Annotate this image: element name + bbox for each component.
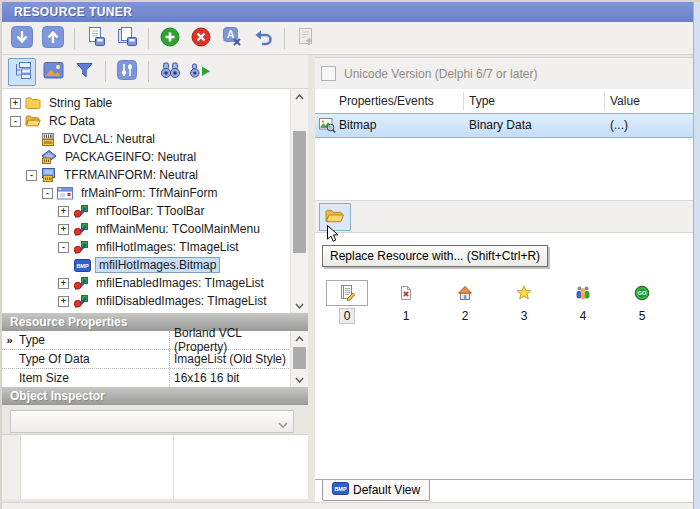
add-resource-button[interactable] [156,24,184,52]
tree-item-label[interactable]: mfilHotImages.Bitmap [95,257,220,273]
property-row[interactable]: » Type Borland VCL (Property) [2,331,291,350]
object-inspector-grid [2,434,308,499]
column-header[interactable]: Type [469,94,495,108]
delete-resource-button[interactable] [187,24,215,52]
collapse-icon[interactable]: - [10,116,21,127]
property-row[interactable]: Item Size 16x16 16 bit [2,369,291,388]
component-icon [73,241,88,254]
filter-button[interactable] [70,58,98,86]
tree-item-dvclal[interactable]: DVCLAL: Neutral [2,130,308,148]
tree-item-label[interactable]: String Table [45,95,116,111]
tree-item-label[interactable]: RC Data [45,113,99,129]
move-down-button[interactable] [8,24,36,52]
unicode-version-checkbox[interactable] [321,66,336,81]
note-edit-icon[interactable] [326,280,368,306]
expand-icon[interactable]: + [58,206,69,217]
image-item-0[interactable]: 0 [325,280,369,324]
go-icon[interactable]: GO [621,280,663,306]
panel-title: Object Inspector [10,389,105,403]
properties-scrollbar[interactable] [290,331,308,387]
window-titlebar: RESOURCE TUNER [2,2,693,22]
tree-view-button[interactable] [8,58,36,86]
properties-table-header: Properties/Events Type Value [315,89,695,113]
tree-item-label[interactable]: TFRMAINFORM: Neutral [60,167,202,183]
resource-properties-panel: Resource Properties » Type Borland VCL (… [2,313,308,387]
find-button[interactable] [156,58,184,86]
column-header[interactable]: Value [610,94,640,108]
collapse-icon[interactable]: - [26,170,37,181]
tree-view-icon [12,61,33,83]
expand-icon[interactable]: + [58,278,69,289]
tree-item-label[interactable]: mfilHotImages: TImageList [92,239,243,255]
tree-item-frmainform[interactable]: - frMainForm: TfrMainForm [2,184,308,202]
scroll-down-icon[interactable] [291,372,308,387]
export-resource-button[interactable] [82,24,110,52]
tree-item-mfilhotimages-bitmap[interactable]: BMP mfilHotImages.Bitmap [2,256,308,274]
find-next-icon [190,61,213,83]
image-index: 2 [457,308,474,324]
tab-default-view[interactable]: BMP Default View [322,480,430,501]
expand-icon[interactable]: + [10,98,21,109]
image-item-1[interactable]: 1 [384,280,428,324]
move-down-icon [10,25,34,52]
image-view-button[interactable] [39,58,67,86]
svg-text:BMP: BMP [76,263,89,269]
home-icon[interactable] [444,280,486,306]
move-up-button[interactable] [39,24,67,52]
panel-title: Resource Properties [10,315,127,329]
tree-item-mfilhotimages[interactable]: - mfilHotImages: TImageList [2,238,308,256]
export-all-button[interactable] [113,24,141,52]
scrollbar-thumb[interactable] [293,347,306,369]
tree-item-rc-data[interactable]: - RC Data [2,112,308,130]
object-selector-combobox[interactable] [10,410,294,433]
tree-item-label[interactable]: mfilEnabledImages: TImageList [92,275,268,291]
component-icon [73,295,88,308]
scroll-up-icon[interactable] [291,331,308,346]
property-row[interactable]: Type Of Data ImageList (Old Style) [2,350,291,369]
star-icon[interactable] [503,280,545,306]
expand-icon[interactable]: + [58,224,69,235]
rename-resource-button[interactable]: A [218,24,246,52]
component-icon [73,205,88,218]
tree-item-label[interactable]: PACKAGEINFO: Neutral [61,149,200,165]
bitmap-property-row[interactable]: Bitmap Binary Data (...) [315,113,695,138]
tree-item-tfrmainform[interactable]: - TFRMAINFORM: Neutral [2,166,308,184]
image-item-3[interactable]: 3 [502,280,546,324]
tree-item-label[interactable]: frMainForm: TfrMainForm [77,185,221,201]
collapse-icon[interactable]: - [58,242,69,253]
property-value: ImageList (Old Style) [170,352,286,366]
image-item-2[interactable]: 2 [443,280,487,324]
mouse-cursor-icon [326,224,340,247]
tree-item-mfildisabledimages[interactable]: + mfilDisabledImages: TImageList [2,292,308,310]
undo-button[interactable] [249,24,277,52]
scroll-up-icon[interactable] [291,89,308,104]
tree-item-label[interactable]: mfToolBar: TToolBar [92,203,209,219]
tree-item-label[interactable]: DVCLAL: Neutral [59,131,159,147]
tree-item-label[interactable]: mfilDisabledImages: TImageList [92,293,271,309]
image-index: 5 [634,308,651,324]
image-item-4[interactable]: 4 [561,280,605,324]
delete-doc-icon[interactable] [385,280,427,306]
toolbar-separator [74,28,75,49]
find-next-button[interactable] [187,58,215,86]
tree-item-mfmainmenu[interactable]: + mfMainMenu: TCoolMainMenu [2,220,308,238]
tree-item-string-table[interactable]: + String Table [2,94,308,112]
svg-text:GO: GO [638,290,647,296]
tree-scrollbar[interactable] [290,89,308,313]
options-button[interactable] [113,58,141,86]
expand-icon[interactable]: + [58,296,69,307]
collapse-icon[interactable]: - [42,188,53,199]
scrollbar-thumb[interactable] [293,131,306,253]
image-item-5[interactable]: GO 5 [620,280,664,324]
scroll-down-icon[interactable] [291,298,308,313]
tree-item-mfilenabledimages[interactable]: + mfilEnabledImages: TImageList [2,274,308,292]
tree-item-mftoolbar[interactable]: + mfToolBar: TToolBar [2,202,308,220]
move-up-icon [41,25,65,52]
unicode-version-label: Unicode Version (Delphi 6/7 or later) [344,67,537,81]
users-icon[interactable] [562,280,604,306]
import-resources-button[interactable] [292,24,320,52]
tree-item-packageinfo[interactable]: PACKAGEINFO: Neutral [2,148,308,166]
rename-resource-icon: A [220,25,244,52]
column-header[interactable]: Properties/Events [339,94,434,108]
tree-item-label[interactable]: mfMainMenu: TCoolMainMenu [92,221,264,237]
